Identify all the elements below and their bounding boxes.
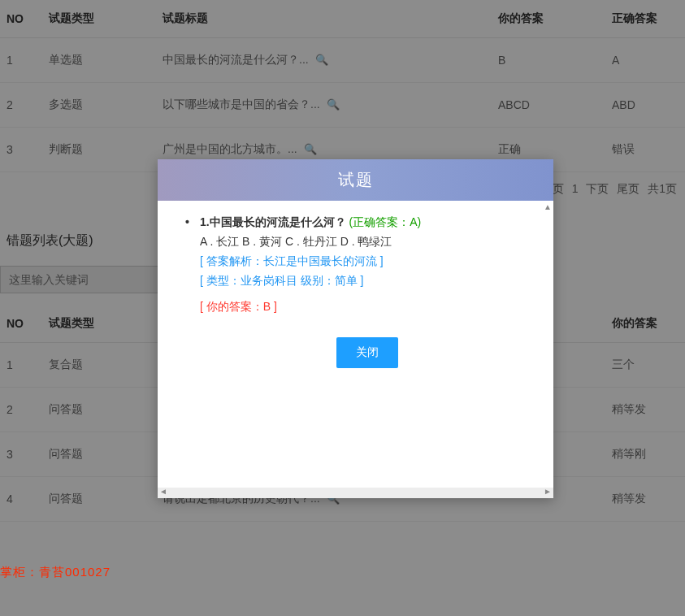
close-button[interactable]: 关闭 [336,337,398,368]
horizontal-scrollbar[interactable] [158,488,553,498]
your-answer-label: [ 你的答案：B ] [200,300,534,315]
scroll-up-icon[interactable]: ▲ [544,202,552,211]
watermark-text: 掌柜：青苔001027 [0,565,111,580]
question-category: [ 类型：业务岗科目 级别：简单 ] [200,274,534,288]
question-detail-modal: 试题 ▲ 1.中国最长的河流是什么河？ (正确答案：A) A . 长江 B . … [158,159,553,498]
question-options: A . 长江 B . 黄河 C . 牡丹江 D . 鸭绿江 [200,235,534,249]
correct-answer-label: (正确答案：A) [349,215,422,228]
modal-title: 试题 [158,159,553,201]
answer-analysis: [ 答案解析：长江是中国最长的河流 ] [200,254,534,269]
